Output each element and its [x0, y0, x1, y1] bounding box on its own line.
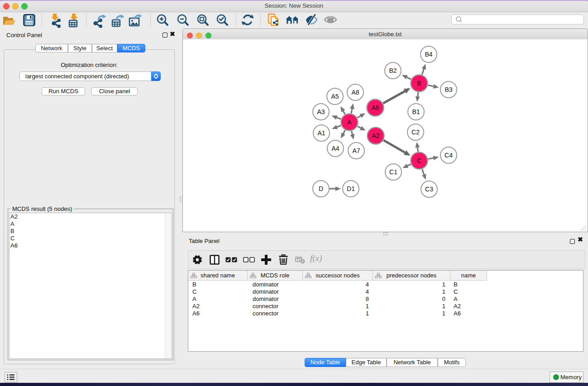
- svg-text:D: D: [319, 185, 323, 192]
- svg-text:A6: A6: [371, 104, 379, 111]
- svg-text:B4: B4: [425, 51, 432, 58]
- svg-text:B3: B3: [445, 86, 452, 93]
- svg-text:A4: A4: [331, 145, 339, 152]
- svg-text:B1: B1: [412, 108, 420, 115]
- svg-text:C4: C4: [445, 152, 453, 159]
- svg-text:A7: A7: [352, 147, 360, 154]
- svg-text:C2: C2: [411, 129, 420, 136]
- svg-text:A2: A2: [372, 132, 379, 139]
- svg-text:B2: B2: [389, 67, 397, 74]
- svg-text:A5: A5: [331, 93, 339, 100]
- svg-text:C: C: [417, 157, 421, 164]
- svg-text:A1: A1: [317, 129, 325, 137]
- svg-text:D1: D1: [347, 185, 355, 192]
- svg-text:C1: C1: [389, 168, 397, 176]
- svg-text:B: B: [417, 80, 421, 87]
- svg-text:A: A: [347, 119, 352, 126]
- svg-text:A8: A8: [351, 89, 359, 96]
- svg-text:C3: C3: [425, 186, 433, 193]
- svg-text:A3: A3: [317, 108, 325, 115]
